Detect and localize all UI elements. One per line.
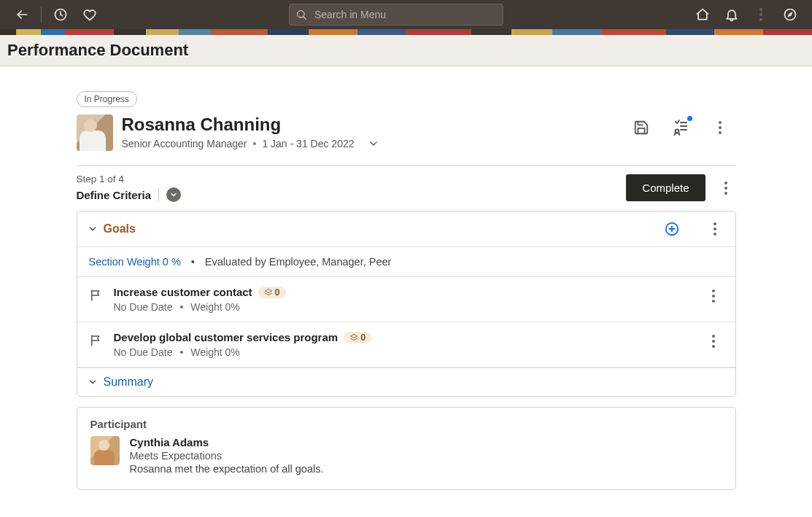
flag-icon — [89, 334, 104, 349]
alignment-count: 0 — [360, 333, 366, 343]
collapse-toggle[interactable] — [88, 377, 98, 387]
employee-avatar — [77, 114, 113, 151]
more-vertical-icon — [754, 5, 767, 24]
more-vertical-icon — [708, 219, 722, 238]
svg-marker-16 — [351, 334, 357, 338]
bell-icon — [724, 7, 739, 22]
explore-button[interactable] — [777, 1, 803, 28]
goals-overflow-button[interactable] — [705, 219, 725, 239]
bullet-separator: • — [179, 301, 183, 313]
participant-name: Cynthia Adams — [130, 436, 324, 448]
step-row: Step 1 of 4 Define Criteria Complete — [77, 174, 736, 202]
recent-button[interactable] — [47, 1, 74, 28]
decorative-strip — [0, 29, 812, 35]
complete-button[interactable]: Complete — [626, 174, 705, 201]
page-title: Performance Document — [7, 41, 805, 60]
goal-overflow-button[interactable] — [703, 286, 724, 306]
checklist-person-icon — [672, 119, 689, 136]
main-content: In Progress Rosanna Channing Senior Acco… — [0, 69, 812, 517]
alignment-count: 0 — [275, 287, 280, 298]
goals-subheader: Section Weight 0 % • Evaluated by Employ… — [77, 247, 735, 277]
status-badge: In Progress — [77, 91, 137, 107]
toolbar-divider — [41, 7, 42, 23]
goals-card: Goals Section Weight 0 % • Evaluated by … — [77, 211, 736, 397]
goal-due: No Due Date — [114, 301, 173, 313]
plus-circle-icon — [664, 221, 680, 237]
chevron-down-icon — [368, 138, 379, 149]
topbar-overflow-button[interactable] — [748, 1, 774, 28]
more-vertical-icon — [707, 287, 720, 306]
goal-overflow-button[interactable] — [703, 331, 724, 351]
layers-icon — [349, 333, 358, 342]
alignment-badge: 0 — [258, 287, 286, 298]
goal-title: Develop global customer services program — [114, 331, 339, 343]
step-overflow-button[interactable] — [716, 178, 736, 198]
svg-marker-5 — [789, 13, 792, 17]
participant-rating: Meets Expectations — [130, 450, 324, 462]
top-bar — [0, 0, 812, 29]
review-period: 1 Jan - 31 Dec 2022 — [253, 138, 355, 149]
bullet-separator: • — [179, 346, 183, 358]
flag-icon — [89, 289, 104, 303]
more-vertical-icon — [719, 179, 732, 198]
search-icon — [295, 9, 307, 20]
svg-point-4 — [785, 9, 796, 20]
back-button[interactable] — [9, 1, 35, 28]
save-icon — [633, 120, 649, 136]
bullet-separator: • — [191, 256, 195, 268]
summary-link[interactable]: Summary — [104, 376, 153, 389]
layers-icon — [264, 288, 273, 297]
compass-icon — [783, 7, 797, 22]
favorite-button[interactable] — [77, 1, 103, 28]
participant-card: Participant Cynthia Adams Meets Expectat… — [77, 407, 736, 490]
notifications-button[interactable] — [719, 1, 745, 28]
chevron-down-icon — [88, 377, 98, 387]
save-button[interactable] — [631, 117, 651, 138]
evaluated-by-text: Evaluated by Employee, Manager, Peer — [205, 256, 392, 268]
summary-header: Summary — [77, 368, 735, 396]
step-progress: Step 1 of 4 — [77, 174, 616, 184]
participant-avatar — [90, 436, 120, 465]
search-input[interactable] — [313, 8, 497, 21]
participant-comment: Rosanna met the expectation of all goals… — [130, 463, 324, 475]
goal-row: Develop global customer services program… — [77, 322, 735, 368]
goals-header: Goals — [77, 211, 735, 247]
goal-row: Increase customer contact 0 No Due Date … — [77, 277, 735, 322]
worklist-button[interactable] — [670, 117, 691, 138]
goal-weight: Weight 0% — [190, 301, 239, 313]
employee-name: Rosanna Channing — [122, 114, 622, 135]
alignment-badge: 0 — [344, 332, 371, 343]
arrow-left-icon — [15, 7, 29, 22]
svg-marker-14 — [265, 289, 271, 292]
period-dropdown[interactable] — [368, 138, 379, 149]
goal-title: Increase customer contact — [114, 286, 252, 298]
employee-role: Senior Accounting Manager — [122, 138, 247, 149]
goal-weight: Weight 0% — [190, 346, 239, 358]
more-vertical-icon — [707, 332, 720, 351]
divider — [158, 188, 159, 201]
profile-overflow-button[interactable] — [710, 117, 730, 138]
clock-icon — [53, 7, 68, 22]
step-label: Define Criteria — [77, 189, 152, 201]
step-expand-button[interactable] — [166, 187, 181, 202]
notification-dot-icon — [687, 116, 692, 121]
more-vertical-icon — [714, 118, 727, 137]
chevron-down-icon — [88, 224, 98, 234]
profile-header: Rosanna Channing Senior Accounting Manag… — [77, 114, 736, 166]
heart-icon — [82, 7, 97, 22]
goal-due: No Due Date — [114, 346, 173, 358]
collapse-toggle[interactable] — [88, 224, 98, 234]
goals-title: Goals — [104, 222, 136, 236]
chevron-down-icon — [169, 190, 178, 199]
home-button[interactable] — [689, 1, 716, 28]
page-title-bar: Performance Document — [0, 35, 812, 66]
section-weight-link[interactable]: Section Weight 0 % — [89, 256, 181, 268]
add-goal-button[interactable] — [664, 221, 680, 237]
svg-line-3 — [303, 17, 306, 19]
menu-search[interactable] — [289, 4, 503, 26]
participant-section-title: Participant — [90, 418, 722, 430]
home-icon — [695, 7, 710, 22]
